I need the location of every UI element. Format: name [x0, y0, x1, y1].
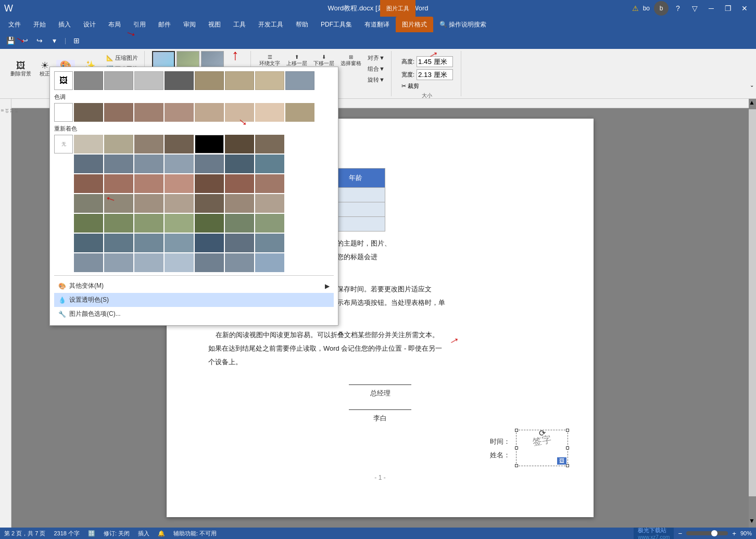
- handle-tr[interactable]: [566, 429, 569, 432]
- rc-6-6[interactable]: [225, 234, 254, 252]
- zoom-slider[interactable]: [686, 531, 728, 535]
- help-button[interactable]: ?: [671, 1, 685, 16]
- rc-7-4[interactable]: [165, 253, 194, 272]
- tone-1[interactable]: [74, 103, 103, 122]
- move-forward-button[interactable]: ⬆ 上移一层: [284, 53, 309, 68]
- selection-pane-button[interactable]: ⊞ 选择窗格: [338, 53, 363, 68]
- user-avatar[interactable]: b: [654, 1, 669, 16]
- rc-2-3[interactable]: [134, 155, 163, 173]
- rc-6-3[interactable]: [134, 234, 163, 252]
- tone-7[interactable]: [255, 103, 284, 122]
- rc-4-4[interactable]: [165, 194, 194, 213]
- rc-5-5[interactable]: [195, 214, 224, 233]
- tab-insert[interactable]: 插入: [52, 17, 77, 32]
- rotate-button[interactable]: 旋转▼: [366, 75, 387, 85]
- sepia-swatch-2[interactable]: [225, 71, 254, 90]
- tab-home[interactable]: 开始: [27, 17, 52, 32]
- close-button[interactable]: ✕: [737, 1, 752, 16]
- rc-6-2[interactable]: [104, 234, 133, 252]
- rc-5-6[interactable]: [225, 214, 254, 233]
- width-input[interactable]: [417, 69, 453, 80]
- rc-5-3[interactable]: [134, 214, 163, 233]
- tab-picture-format[interactable]: 图片格式: [396, 17, 433, 32]
- rc-5-1[interactable]: [74, 214, 103, 233]
- tab-file[interactable]: 文件: [2, 17, 27, 32]
- rc-5-4[interactable]: [165, 214, 194, 233]
- sepia-swatch-3[interactable]: [255, 71, 284, 90]
- height-input[interactable]: [417, 56, 453, 67]
- group-button[interactable]: 组合▼: [366, 64, 387, 74]
- scroll-up-btn[interactable]: ▲: [749, 99, 756, 109]
- other-variant-button[interactable]: 🎨 其他变体(M) ▶: [54, 279, 334, 293]
- rc-1-7[interactable]: [255, 135, 284, 153]
- tab-mail[interactable]: 邮件: [152, 17, 177, 32]
- cool-swatch-1[interactable]: [285, 71, 314, 90]
- tone-none-swatch[interactable]: [54, 103, 73, 122]
- rc-4-5[interactable]: [195, 194, 224, 213]
- rc-3-4[interactable]: [165, 174, 194, 193]
- save-button[interactable]: 💾: [4, 34, 17, 47]
- rc-1-3[interactable]: [134, 135, 163, 153]
- rc-black[interactable]: [195, 135, 224, 153]
- gray-swatch-3[interactable]: [134, 71, 163, 90]
- rc-6-7[interactable]: [255, 234, 284, 252]
- gray-swatch-4[interactable]: [165, 71, 194, 90]
- rc-1-1[interactable]: [74, 135, 103, 153]
- crop-button[interactable]: ✂ 裁剪: [401, 82, 419, 90]
- remove-background-button[interactable]: 🖼 删除背景: [8, 60, 33, 79]
- rc-7-2[interactable]: [104, 253, 133, 272]
- rc-4-3[interactable]: [134, 194, 163, 213]
- recolor-none[interactable]: 无: [54, 135, 73, 153]
- compress-image-button[interactable]: 📐 压缩图片: [104, 53, 140, 63]
- tab-search[interactable]: 🔍 操作说明搜索: [433, 17, 493, 32]
- handle-tl[interactable]: [515, 429, 518, 432]
- scroll-down-btn[interactable]: ▼: [749, 517, 756, 528]
- tone-8[interactable]: [285, 103, 314, 122]
- tab-developer[interactable]: 开发工具: [252, 17, 289, 32]
- rc-6-4[interactable]: [165, 234, 194, 252]
- tab-layout[interactable]: 布局: [102, 17, 127, 32]
- undo-button[interactable]: ↩: [19, 34, 31, 47]
- qa-more-button[interactable]: ▾: [48, 34, 60, 47]
- tab-references[interactable]: 引用: [127, 17, 152, 32]
- rc-7-5[interactable]: [195, 253, 224, 272]
- tone-6[interactable]: [225, 103, 254, 122]
- rc-2-6[interactable]: [225, 155, 254, 173]
- rc-7-7[interactable]: [255, 253, 284, 272]
- rc-3-7[interactable]: [255, 174, 284, 193]
- restore-button[interactable]: ❐: [721, 1, 735, 16]
- rc-6-5[interactable]: [195, 234, 224, 252]
- tone-5[interactable]: [195, 103, 224, 122]
- handle-bl[interactable]: [515, 464, 518, 467]
- rc-2-4[interactable]: [165, 155, 194, 173]
- set-transparent-button[interactable]: 💧 设置透明色(S): [54, 293, 334, 307]
- rc-7-3[interactable]: [134, 253, 163, 272]
- tab-design[interactable]: 设计: [77, 17, 102, 32]
- rc-2-5[interactable]: [195, 155, 224, 173]
- wrap-text-button[interactable]: ☰ 环绕文字: [257, 53, 282, 68]
- rc-2-1[interactable]: [74, 155, 103, 173]
- rc-5-7[interactable]: [255, 214, 284, 233]
- tone-2[interactable]: [104, 103, 133, 122]
- rc-1-2[interactable]: [104, 135, 133, 153]
- rc-3-3[interactable]: [134, 174, 163, 193]
- rc-6-1[interactable]: [74, 234, 103, 252]
- move-back-button[interactable]: ⬇ 下移一层: [311, 53, 336, 68]
- rc-3-5[interactable]: [195, 174, 224, 193]
- rc-4-2[interactable]: [104, 194, 133, 213]
- rc-3-1[interactable]: [74, 174, 103, 193]
- right-scrollbar[interactable]: ▲ ▼: [749, 99, 756, 528]
- tone-3[interactable]: [134, 103, 163, 122]
- rc-5-2[interactable]: [104, 214, 133, 233]
- rc-2-2[interactable]: [104, 155, 133, 173]
- gray-swatch-2[interactable]: [104, 71, 133, 90]
- tab-pdf[interactable]: PDF工具集: [314, 17, 358, 32]
- qa-extra-button[interactable]: ⊞: [70, 34, 83, 47]
- tab-review[interactable]: 审阅: [177, 17, 202, 32]
- rc-2-7[interactable]: [255, 155, 284, 173]
- ribbon-expand-button[interactable]: ⌄: [750, 82, 754, 88]
- minimize-button[interactable]: ─: [704, 1, 719, 16]
- zoom-in-btn[interactable]: +: [732, 530, 736, 537]
- gray-swatch-1[interactable]: [74, 71, 103, 90]
- zoom-thumb[interactable]: [711, 530, 717, 536]
